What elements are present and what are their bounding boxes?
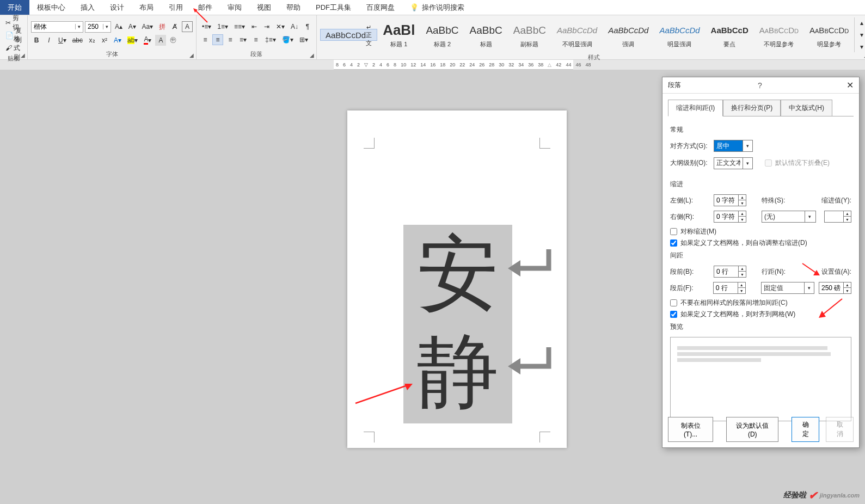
chevron-down-icon[interactable]: ▾	[804, 282, 814, 293]
increase-indent-button[interactable]: ⇥	[261, 21, 272, 32]
at-spinner[interactable]: ▲▼	[819, 282, 851, 294]
char-shading-button[interactable]: A	[155, 35, 166, 46]
tab-line-page-breaks[interactable]: 换行和分页(P)	[723, 100, 781, 116]
space-after-input[interactable]	[714, 282, 738, 293]
set-default-button[interactable]: 设为默认值(D)	[726, 417, 778, 442]
alignment-select[interactable]: ▾	[714, 140, 753, 152]
style-intense-ref[interactable]: AaBbCcDd明显参考	[804, 20, 854, 50]
tab-design[interactable]: 设计	[102, 0, 132, 15]
styles-scroll-up[interactable]: ▴	[856, 17, 865, 28]
numbering-button[interactable]: 1≡▾	[215, 21, 230, 32]
spin-up[interactable]: ▲	[739, 195, 746, 200]
line-spacing-input[interactable]	[762, 284, 804, 292]
spin-down[interactable]: ▼	[739, 200, 746, 206]
at-input[interactable]	[819, 282, 843, 293]
strike-button[interactable]: abc	[70, 35, 85, 46]
indent-right-spinner[interactable]: ▲▼	[714, 211, 746, 223]
space-before-input[interactable]	[714, 266, 738, 277]
underline-button[interactable]: U▾	[56, 35, 69, 46]
text-selection[interactable]: 安 静	[403, 225, 512, 423]
indent-left-input[interactable]	[714, 195, 738, 206]
tab-home[interactable]: 开始	[0, 0, 29, 15]
tab-asian-typography[interactable]: 中文版式(H)	[781, 100, 832, 116]
font-size-input[interactable]	[85, 23, 103, 30]
align-center-button[interactable]: ≡	[212, 34, 223, 45]
mirror-indent-checkbox[interactable]	[670, 228, 677, 235]
indent-right-input[interactable]	[714, 211, 738, 222]
style-heading2[interactable]: AaBbC标题 2	[420, 20, 464, 50]
line-spacing-button[interactable]: ‡≡▾	[263, 34, 278, 45]
spin-down[interactable]: ▼	[844, 217, 851, 222]
tab-pdf[interactable]: PDF工具集	[308, 0, 359, 15]
chevron-down-icon[interactable]: ▾	[103, 24, 111, 29]
tab-view[interactable]: 视图	[249, 0, 279, 15]
style-intense-emphasis[interactable]: AaBbCcDd明显强调	[654, 20, 705, 50]
line-spacing-select[interactable]: ▾	[761, 282, 814, 294]
style-subtle-emphasis[interactable]: AaBbCcDd不明显强调	[551, 20, 603, 50]
tab-help[interactable]: 帮助	[279, 0, 308, 15]
grow-font-button[interactable]: A▴	[113, 21, 125, 32]
tabstops-button[interactable]: 制表位(T)...	[668, 417, 713, 442]
special-select[interactable]: ▾	[762, 211, 816, 223]
tab-review[interactable]: 审阅	[220, 0, 249, 15]
alignment-input[interactable]	[714, 142, 743, 150]
multilevel-button[interactable]: ≡≡▾	[232, 21, 247, 32]
styles-expand[interactable]: ▾	[856, 41, 865, 52]
grid-align-checkbox[interactable]	[670, 311, 677, 318]
help-icon[interactable]: ?	[758, 81, 762, 90]
show-marks-button[interactable]: ¶	[302, 21, 313, 32]
clear-format-button[interactable]: A̸	[169, 21, 180, 32]
style-strong[interactable]: AaBbCcD要点	[706, 20, 754, 50]
spin-down[interactable]: ▼	[844, 288, 851, 293]
tab-references[interactable]: 引用	[161, 0, 191, 15]
close-icon[interactable]: ✕	[846, 80, 854, 90]
styles-launcher[interactable]: ◢	[863, 52, 865, 58]
page[interactable]: 安 静	[347, 110, 567, 448]
decrease-indent-button[interactable]: ⇤	[249, 21, 260, 32]
superscript-button[interactable]: x²	[99, 35, 110, 46]
italic-button[interactable]: I	[44, 35, 54, 46]
spin-down[interactable]: ▼	[739, 272, 746, 277]
chevron-down-icon[interactable]: ▾	[743, 158, 752, 169]
spin-up[interactable]: ▲	[739, 266, 746, 272]
style-subtitle[interactable]: AaBbC副标题	[508, 20, 551, 50]
styles-scroll-down[interactable]: ▾	[856, 29, 865, 40]
cancel-button[interactable]: 取消	[826, 417, 854, 442]
bold-button[interactable]: B	[31, 35, 42, 46]
chevron-down-icon[interactable]: ▾	[75, 24, 83, 29]
font-launcher[interactable]: ◢	[188, 52, 195, 58]
tab-insert[interactable]: 插入	[73, 0, 102, 15]
horizontal-ruler[interactable]: 8642▽2468101214161820222426283032343638△…	[334, 60, 573, 70]
chevron-down-icon[interactable]: ▾	[805, 211, 814, 222]
change-case-button[interactable]: Aa▾	[140, 21, 155, 32]
style-title[interactable]: AaBbC标题	[464, 20, 508, 50]
tab-template[interactable]: 模板中心	[29, 0, 73, 15]
spin-up[interactable]: ▲	[739, 211, 746, 217]
style-emphasis[interactable]: AaBbCcDd强调	[603, 20, 654, 50]
font-size-combo[interactable]: ▾	[85, 21, 111, 33]
justify-button[interactable]: ≡▾	[237, 34, 249, 45]
tab-baidu[interactable]: 百度网盘	[359, 0, 402, 15]
indent-left-spinner[interactable]: ▲▼	[714, 194, 746, 206]
ok-button[interactable]: 确定	[792, 417, 819, 442]
chevron-down-icon[interactable]: ▾	[743, 140, 752, 151]
indent-by-input[interactable]	[825, 211, 843, 222]
style-normal[interactable]: AaBbCcDd↵ 正文	[320, 29, 377, 41]
style-subtle-ref[interactable]: AaBbCcDd不明显参考	[754, 20, 804, 50]
special-input[interactable]	[762, 213, 805, 220]
font-name-input[interactable]	[32, 23, 75, 30]
clipboard-launcher[interactable]: ◢	[20, 52, 26, 58]
space-after-spinner[interactable]: ▲▼	[713, 282, 746, 294]
indent-by-spinner[interactable]: ▲▼	[824, 211, 851, 223]
distribute-button[interactable]: ≡	[250, 34, 261, 45]
enclose-char-button[interactable]: ㊥	[168, 35, 179, 46]
space-before-spinner[interactable]: ▲▼	[714, 266, 746, 278]
align-left-button[interactable]: ≡	[200, 34, 211, 45]
tab-indent-spacing[interactable]: 缩进和间距(I)	[668, 100, 723, 116]
highlight-button[interactable]: ab▾	[125, 35, 140, 46]
sort-button[interactable]: A↓	[289, 21, 300, 32]
spin-down[interactable]: ▼	[739, 217, 746, 222]
shading-button[interactable]: 🪣▾	[280, 34, 296, 45]
font-color-button[interactable]: A▾	[142, 35, 154, 46]
spin-down[interactable]: ▼	[738, 288, 745, 293]
